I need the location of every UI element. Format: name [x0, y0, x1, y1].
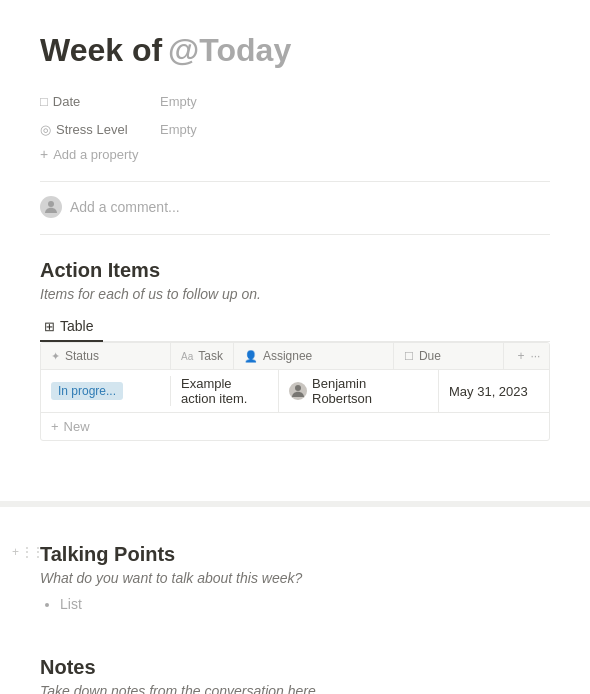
table-tab-icon: ⊞	[44, 319, 55, 334]
emoji-icon: ◎	[40, 122, 51, 137]
due-value: May 31, 2023	[449, 384, 528, 399]
talking-points-list: List	[40, 596, 550, 612]
more-col-icon[interactable]: ···	[530, 349, 540, 363]
notes-section: Notes Take down notes from the conversat…	[40, 656, 550, 694]
page-title: Week of @Today	[40, 32, 550, 69]
new-row-label: New	[64, 419, 90, 434]
action-items-section: Action Items Items for each of us to fol…	[40, 259, 550, 441]
th-due: ☐ Due	[394, 343, 504, 369]
task-col-label: Task	[198, 349, 223, 363]
stress-property-row[interactable]: ◎ Stress Level Empty	[40, 115, 550, 143]
assignee-col-icon: 👤	[244, 350, 258, 363]
action-items-table: ✦ Status Aa Task 👤 Assignee ☐ Due + ·	[40, 342, 550, 441]
section-handle: + ⋮⋮	[12, 545, 43, 559]
view-tabs: ⊞ Table	[40, 312, 550, 342]
calendar-icon: □	[40, 94, 48, 109]
talking-points-section: + ⋮⋮ Talking Points What do you want to …	[40, 523, 550, 636]
properties-section: □ Date Empty ◎ Stress Level Empty + Add …	[40, 87, 550, 165]
svg-point-1	[295, 385, 301, 391]
add-section-icon[interactable]: +	[12, 545, 19, 559]
date-property-row[interactable]: □ Date Empty	[40, 87, 550, 115]
assignee-name: Benjamin Robertson	[312, 376, 428, 406]
talking-points-subtitle: What do you want to talk about this week…	[40, 570, 550, 586]
due-col-icon: ☐	[404, 350, 414, 363]
title-prefix: Week of	[40, 32, 162, 69]
status-col-icon: ✦	[51, 350, 60, 363]
date-property-label: □ Date	[40, 94, 160, 109]
action-items-title: Action Items	[40, 259, 550, 282]
stress-label: Stress Level	[56, 122, 128, 137]
th-actions: + ···	[504, 343, 550, 369]
notes-subtitle: Take down notes from the conversation he…	[40, 683, 550, 694]
comment-row[interactable]: Add a comment...	[40, 196, 550, 235]
notes-title: Notes	[40, 656, 550, 679]
page-content: Week of @Today □ Date Empty ◎ Stress Lev…	[0, 0, 590, 501]
td-task[interactable]: Example action item.	[171, 370, 279, 412]
add-property-icon: +	[40, 146, 48, 162]
svg-point-0	[48, 201, 54, 207]
td-due[interactable]: May 31, 2023	[439, 378, 549, 405]
lower-content: + ⋮⋮ Talking Points What do you want to …	[0, 507, 590, 694]
th-task: Aa Task	[171, 343, 234, 369]
avatar	[40, 196, 62, 218]
comment-placeholder: Add a comment...	[70, 199, 180, 215]
task-value: Example action item.	[181, 376, 268, 406]
assignee-avatar	[289, 382, 307, 400]
status-badge: In progre...	[51, 382, 123, 400]
add-property-label: Add a property	[53, 147, 138, 162]
add-property-button[interactable]: + Add a property	[40, 143, 550, 165]
table-tab-label: Table	[60, 318, 93, 334]
date-label: Date	[53, 94, 80, 109]
date-value: Empty	[160, 94, 197, 109]
action-items-subtitle: Items for each of us to follow up on.	[40, 286, 550, 302]
table-tab[interactable]: ⊞ Table	[40, 312, 103, 342]
table-header: ✦ Status Aa Task 👤 Assignee ☐ Due + ·	[41, 343, 549, 370]
drag-handle-icon[interactable]: ⋮⋮	[21, 545, 43, 559]
divider-1	[40, 181, 550, 182]
due-col-label: Due	[419, 349, 441, 363]
stress-value: Empty	[160, 122, 197, 137]
new-row-button[interactable]: + New	[41, 413, 549, 440]
th-status: ✦ Status	[41, 343, 171, 369]
assignee-col-label: Assignee	[263, 349, 312, 363]
title-highlight: @Today	[168, 32, 291, 69]
new-row-icon: +	[51, 419, 59, 434]
th-assignee: 👤 Assignee	[234, 343, 394, 369]
list-item: List	[60, 596, 550, 612]
stress-property-label: ◎ Stress Level	[40, 122, 160, 137]
task-col-icon: Aa	[181, 351, 193, 362]
talking-points-title: Talking Points	[40, 543, 550, 566]
table-row: In progre... Example action item. Benjam…	[41, 370, 549, 413]
add-col-icon[interactable]: +	[517, 349, 524, 363]
status-col-label: Status	[65, 349, 99, 363]
td-status[interactable]: In progre...	[41, 376, 171, 406]
td-assignee[interactable]: Benjamin Robertson	[279, 370, 439, 412]
